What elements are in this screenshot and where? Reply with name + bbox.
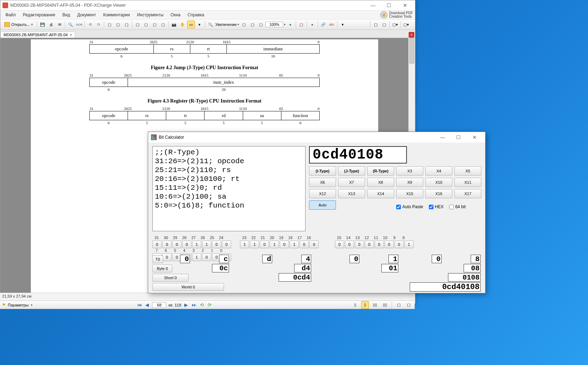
maximize-button[interactable]: ☐ <box>381 0 397 10</box>
tool-icon[interactable]: ▢ <box>114 21 122 28</box>
document-tab[interactable]: MD00083-2B-MIPS64INT-AFP-05.04× <box>0 32 75 38</box>
world0-button[interactable]: World 0 <box>152 283 224 291</box>
zoom-value[interactable]: 100% <box>265 22 283 27</box>
bit-toggle[interactable]: 1 <box>202 240 211 248</box>
print-icon[interactable]: 🖨 <box>47 21 55 28</box>
x16-button[interactable]: X16 <box>425 189 452 198</box>
minimize-button[interactable]: — <box>435 132 450 142</box>
fit-width-icon[interactable]: ▢ <box>248 21 256 28</box>
snapshot-icon[interactable]: 📷 <box>170 21 178 28</box>
x6-button[interactable]: X6 <box>309 178 336 187</box>
autopaste-checkbox[interactable]: Auto Paste <box>396 204 423 209</box>
code-input[interactable]: ;;(R-Type) 31:26=>(2)11; opcode 25:21=>(… <box>152 146 306 231</box>
bit-toggle[interactable]: 0 <box>162 253 172 261</box>
parameters-button[interactable]: Параметры <box>8 303 29 307</box>
menu-document[interactable]: Документ <box>74 12 99 18</box>
bit-toggle[interactable]: 0 <box>152 240 162 248</box>
tool-icon[interactable]: ▢ <box>106 21 113 28</box>
hex-input[interactable] <box>429 205 433 209</box>
ocr-icon[interactable]: OCR <box>75 21 83 28</box>
bit-toggle[interactable]: 0 <box>260 240 269 248</box>
bit-toggle[interactable]: 1 <box>192 253 201 261</box>
bit-toggle[interactable]: 1 <box>192 240 201 248</box>
menu-help[interactable]: Справка <box>185 12 207 18</box>
dropdown-icon[interactable]: ▾ <box>339 21 347 28</box>
zoom-icon[interactable]: 🔍 <box>207 21 214 28</box>
bit-toggle[interactable]: 1 <box>404 240 414 248</box>
page-number-input[interactable]: 68 <box>152 302 166 308</box>
x12-button[interactable]: X12 <box>309 189 336 198</box>
nav-forward-icon[interactable]: ⟳ <box>207 302 212 308</box>
64bit-checkbox[interactable]: 64 bit <box>449 204 465 209</box>
bit-toggle[interactable]: 0 <box>222 240 231 248</box>
redo-icon[interactable]: ⟳ <box>95 21 102 28</box>
tool-icon[interactable]: ▢▾ <box>402 21 410 28</box>
bit-toggle[interactable]: 0 <box>345 240 354 248</box>
maximize-button[interactable]: ☐ <box>450 132 466 142</box>
x15-button[interactable]: X15 <box>396 189 423 198</box>
bit-toggle[interactable]: 0 <box>162 240 172 248</box>
select-tool-icon[interactable]: ▭ <box>187 21 195 28</box>
x14-button[interactable]: X14 <box>367 189 394 198</box>
autopaste-input[interactable] <box>396 205 401 209</box>
tool-icon[interactable]: ▢ <box>134 21 141 28</box>
download-pdf-tools-button[interactable]: ☝ Download PDFCreation Tools <box>380 11 413 19</box>
bit-toggle[interactable]: 0 <box>309 240 319 248</box>
tool-icon[interactable]: ▢▾ <box>391 21 399 28</box>
scrollbar-thumb[interactable] <box>409 38 414 63</box>
x5-button[interactable]: X5 <box>454 166 481 176</box>
bit-toggle[interactable]: 0 <box>202 253 211 261</box>
x4-button[interactable]: X4 <box>425 166 452 176</box>
tool-icon[interactable]: ▢ <box>142 21 150 28</box>
tool-icon[interactable]: ▢ <box>380 21 388 28</box>
menu-view[interactable]: Вид <box>60 12 73 18</box>
search-icon[interactable]: 🔍 <box>67 21 74 28</box>
bit-toggle[interactable]: 1 <box>290 240 299 248</box>
bit-toggle[interactable]: 0 <box>212 240 221 248</box>
bit-toggle[interactable]: 0 <box>172 240 181 248</box>
open-button[interactable]: Открыть...▾ <box>2 21 35 28</box>
last-page-icon[interactable]: ⏭ <box>191 302 197 308</box>
bit-toggle[interactable]: 0 <box>335 240 344 248</box>
tool-icon[interactable]: ▢ <box>123 21 130 28</box>
x9-button[interactable]: X9 <box>396 178 423 187</box>
minimize-button[interactable]: — <box>365 0 381 10</box>
hand-icon[interactable]: ✋ <box>179 21 186 28</box>
x3-button[interactable]: X3 <box>396 166 423 176</box>
64bit-input[interactable] <box>449 205 454 209</box>
byte0-button[interactable]: Byte 0 <box>152 265 172 272</box>
abc-icon[interactable]: abc <box>328 21 336 28</box>
tool-icon[interactable]: ▢ <box>372 21 380 28</box>
menu-edit[interactable]: Редактирование <box>20 12 58 18</box>
bit-toggle[interactable]: 0 <box>385 240 394 248</box>
short0-button[interactable]: Short 0 <box>152 274 189 282</box>
save-icon[interactable]: 💾 <box>39 21 46 28</box>
undo-icon[interactable]: ⟲ <box>86 21 94 28</box>
menu-windows[interactable]: Окна <box>168 12 183 18</box>
bit-toggle[interactable]: 0 <box>299 240 309 248</box>
tool-icon[interactable]: ▢ <box>159 21 167 28</box>
nav-back-icon[interactable]: ⟲ <box>199 302 205 308</box>
tool-icon[interactable]: ▢ <box>405 301 413 309</box>
bit-toggle[interactable]: 0 <box>375 240 384 248</box>
first-page-icon[interactable]: ⏮ <box>136 302 142 308</box>
bit-toggle[interactable]: 1 <box>270 240 279 248</box>
bit-toggle[interactable]: 0 <box>280 240 289 248</box>
prev-page-icon[interactable]: ◀ <box>144 302 150 308</box>
bit-toggle[interactable]: 1 <box>240 240 249 248</box>
mail-icon[interactable]: ✉ <box>56 21 63 28</box>
x8-button[interactable]: X8 <box>367 178 394 187</box>
close-all-tabs-icon[interactable]: × <box>409 32 414 38</box>
tool-icon[interactable]: ▢ <box>395 301 403 309</box>
x7-button[interactable]: X7 <box>338 178 365 187</box>
layout-continuous-icon[interactable]: ▯ <box>361 301 369 309</box>
tab-close-icon[interactable]: × <box>70 33 72 37</box>
close-button[interactable]: ✕ <box>466 132 482 142</box>
tool-icon[interactable]: ● <box>308 21 316 28</box>
itype-button[interactable]: (I-Type) <box>309 166 336 176</box>
fit-height-icon[interactable]: ▢ <box>257 21 265 28</box>
menu-tools[interactable]: Инструменты <box>134 12 166 18</box>
link-icon[interactable]: 🔗 <box>319 21 327 28</box>
bit-toggle[interactable]: 0 <box>394 240 404 248</box>
bit-toggle[interactable]: 0 <box>182 240 191 248</box>
